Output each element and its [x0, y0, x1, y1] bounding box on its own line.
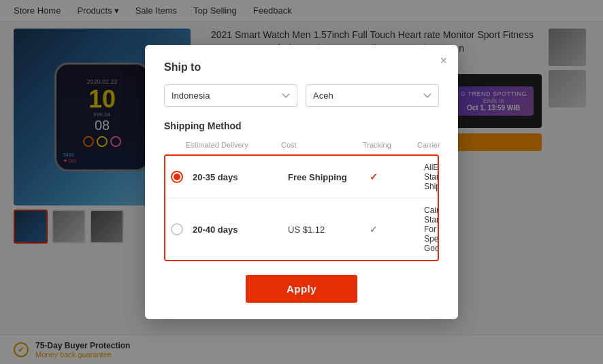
tracking-check-1: ✓ — [370, 171, 424, 182]
carrier-1: AliExpress Standard Shipping — [424, 163, 439, 191]
header-carrier: Carrier — [417, 141, 440, 149]
apply-button[interactable]: Apply — [246, 275, 357, 303]
header-cost: Cost — [281, 141, 363, 149]
radio-inner-1 — [174, 173, 180, 180]
cost-1: Free Shipping — [288, 172, 370, 182]
radio-option-2[interactable] — [171, 223, 183, 235]
shipping-table-header: Estimated Delivery Cost Tracking Carrier — [164, 138, 439, 152]
modal-overlay: Ship to × Indonesia Aceh Shipping Method… — [0, 0, 603, 364]
dropdowns-row: Indonesia Aceh — [164, 84, 439, 107]
shipping-option-2[interactable]: 20-40 days US $1.12 ✓ Cainiao Standard F… — [165, 199, 438, 260]
ship-to-modal: Ship to × Indonesia Aceh Shipping Method… — [145, 45, 458, 319]
delivery-days-2: 20-40 days — [193, 225, 288, 235]
shipping-options-box: 20-35 days Free Shipping ✓ AliExpress St… — [164, 154, 439, 261]
radio-option-1[interactable] — [171, 171, 183, 183]
header-delivery: Estimated Delivery — [186, 141, 281, 149]
shipping-method-title: Shipping Method — [164, 120, 439, 131]
tracking-check-2: ✓ — [370, 224, 424, 235]
delivery-days-1: 20-35 days — [193, 172, 288, 182]
cost-2: US $1.12 — [288, 225, 370, 235]
country-dropdown[interactable]: Indonesia — [164, 84, 297, 107]
header-tracking: Tracking — [363, 141, 417, 149]
apply-btn-row: Apply — [164, 275, 439, 303]
shipping-option-1[interactable]: 20-35 days Free Shipping ✓ AliExpress St… — [165, 156, 438, 199]
modal-title: Ship to — [164, 61, 439, 73]
region-dropdown[interactable]: Aceh — [306, 84, 439, 107]
modal-close-button[interactable]: × — [440, 54, 447, 67]
carrier-2: Cainiao Standard For Special Goods — [424, 205, 439, 253]
